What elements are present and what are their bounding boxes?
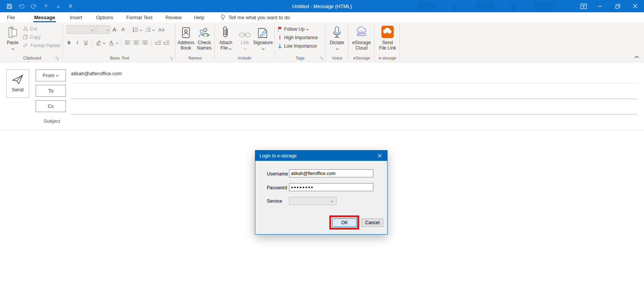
follow-up-dropdown-icon	[306, 28, 309, 30]
tab-format-text[interactable]: Format Text	[122, 12, 157, 22]
decrease-indent-icon[interactable]	[154, 38, 162, 47]
highlight-button[interactable]	[95, 38, 102, 47]
to-field[interactable]	[71, 99, 638, 99]
bullets-button[interactable]	[131, 25, 139, 34]
check-names-button[interactable]: CheckNames	[196, 25, 213, 51]
save-icon[interactable]	[5, 2, 13, 10]
format-painter-icon	[23, 43, 28, 48]
group-estorage: eStorageCloud eStorage	[349, 22, 374, 62]
collapse-ribbon-icon[interactable]	[634, 55, 639, 58]
to-button[interactable]: To	[36, 85, 66, 97]
quick-access-toolbar	[5, 0, 74, 12]
paste-icon	[5, 25, 21, 38]
align-right-icon[interactable]	[141, 38, 148, 47]
restore-icon[interactable]	[609, 0, 626, 12]
increase-indent-icon[interactable]	[163, 38, 170, 47]
password-label: Password	[267, 185, 287, 190]
password-input[interactable]: ●●●●●●●●	[289, 183, 373, 191]
send-button[interactable]: Send	[6, 69, 29, 98]
low-importance-button[interactable]: Low Importance	[278, 43, 317, 49]
font-color-button[interactable]: A	[108, 38, 115, 47]
signature-icon	[253, 25, 273, 38]
clipboard-group-label: Clipboard	[3, 56, 61, 60]
dictate-button[interactable]: Dictate	[328, 25, 346, 51]
clipboard-dialog-launcher-icon[interactable]	[56, 57, 59, 60]
from-button[interactable]: From	[36, 69, 66, 81]
tab-message[interactable]: Message	[30, 12, 60, 22]
login-dialog: Login to e-storage Username atikah@ftero…	[255, 150, 388, 235]
subject-label: Subject	[0, 118, 60, 124]
group-separator	[175, 25, 176, 60]
username-input[interactable]: atikah@fteroffice.com	[289, 169, 373, 177]
clear-formatting-button[interactable]: A	[158, 25, 165, 34]
high-importance-button[interactable]: ! High Importance	[278, 34, 318, 41]
cc-field[interactable]	[71, 114, 638, 114]
group-voice: Dictate Voice	[326, 22, 348, 62]
format-painter-button[interactable]: Format Painter	[23, 42, 61, 49]
close-icon[interactable]	[626, 0, 644, 12]
grow-font-button[interactable]: A^	[111, 25, 119, 34]
font-color-dropdown-icon[interactable]	[116, 41, 118, 44]
group-separator	[62, 25, 63, 60]
copy-button[interactable]: Copy	[23, 34, 61, 40]
move-down-icon[interactable]	[54, 2, 62, 10]
shrink-font-button[interactable]: Aˇ	[120, 25, 127, 34]
font-size-combo[interactable]	[96, 25, 110, 34]
dialog-title-bar[interactable]: Login to e-storage	[255, 150, 387, 161]
signature-dropdown-icon	[261, 47, 264, 50]
redo-icon[interactable]	[30, 2, 38, 10]
group-separator	[274, 25, 275, 60]
highlight-dropdown-icon[interactable]	[103, 41, 105, 44]
dialog-close-icon[interactable]	[374, 152, 385, 160]
group-separator	[325, 25, 325, 60]
group-separator	[214, 25, 215, 60]
from-value: atikah@afteroffice.com	[71, 71, 122, 76]
paste-button[interactable]: Paste	[5, 25, 21, 51]
tab-insert[interactable]: Insert	[65, 12, 87, 22]
signature-button[interactable]: Signature	[253, 25, 273, 51]
underline-button[interactable]: U	[82, 38, 90, 47]
cc-button[interactable]: Cc	[36, 100, 66, 112]
cancel-button[interactable]: Cancel	[361, 218, 383, 227]
low-importance-icon	[278, 43, 282, 49]
align-center-icon[interactable]	[132, 38, 140, 47]
send-file-link-button[interactable]: e SendFile Link	[376, 25, 399, 51]
move-up-icon[interactable]	[42, 2, 50, 10]
numbering-dropdown-icon[interactable]	[152, 28, 155, 31]
group-basic-text: A^ Aˇ 123 A B I U A	[64, 22, 175, 62]
undo-icon[interactable]	[18, 2, 25, 10]
font-name-combo[interactable]	[67, 25, 95, 34]
e-storage-group-label: e-storage	[375, 56, 400, 60]
bullets-dropdown-icon[interactable]	[140, 28, 142, 31]
numbering-button[interactable]: 123	[144, 25, 152, 34]
align-left-icon[interactable]	[124, 38, 131, 47]
estorage-cloud-button[interactable]: eStorageCloud	[350, 25, 373, 51]
link-button[interactable]: Link	[237, 25, 253, 51]
follow-up-flag-icon	[278, 26, 282, 32]
tab-options[interactable]: Options	[91, 12, 118, 22]
address-book-button[interactable]: AddressBook	[177, 25, 195, 51]
cut-icon	[23, 26, 28, 31]
cut-button[interactable]: Cut	[23, 25, 61, 32]
italic-button[interactable]: I	[74, 38, 81, 47]
from-field-underline[interactable]	[71, 83, 638, 83]
bold-button[interactable]: B	[65, 38, 73, 47]
paste-dropdown-icon[interactable]	[11, 47, 14, 50]
customize-quick-access-icon[interactable]	[67, 2, 74, 10]
tab-file[interactable]: File	[2, 12, 20, 22]
tell-me-box[interactable]: Tell me what you want to do	[220, 14, 290, 21]
service-dropdown[interactable]	[289, 197, 337, 205]
group-separator	[374, 25, 375, 60]
follow-up-button[interactable]: Follow Up	[278, 26, 308, 32]
chevron-down-icon	[106, 28, 109, 31]
group-clipboard: Paste Cut Copy Format Painter Clipboard	[3, 22, 61, 62]
basic-text-dialog-launcher-icon[interactable]	[170, 57, 173, 60]
minimize-icon[interactable]	[591, 0, 609, 12]
svg-text:A: A	[110, 40, 113, 45]
ribbon-display-options-icon[interactable]	[576, 0, 591, 12]
svg-text:e: e	[386, 30, 388, 36]
tags-dialog-launcher-icon[interactable]	[320, 57, 324, 60]
attach-file-button[interactable]: AttachFile	[216, 25, 235, 51]
tab-review[interactable]: Review	[161, 12, 187, 22]
tab-help[interactable]: Help	[189, 12, 209, 22]
